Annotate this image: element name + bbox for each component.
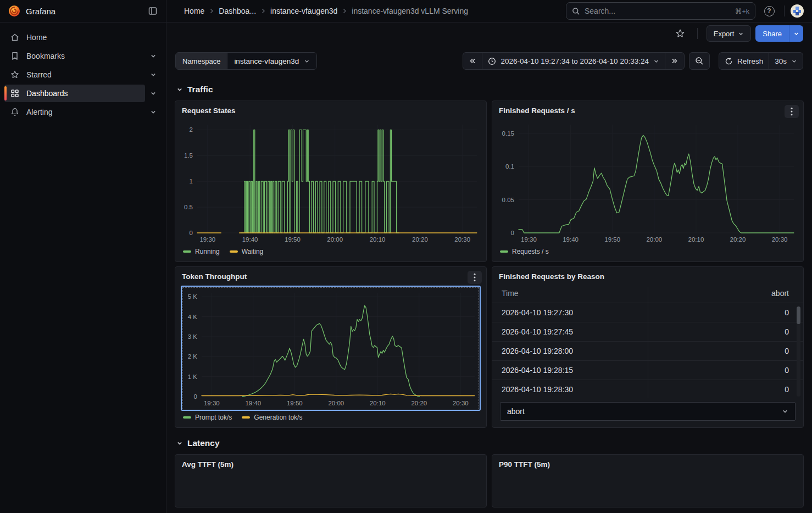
sidebar-item-starred-button[interactable]: Starred xyxy=(4,66,145,83)
panel-p90-ttft: P90 TTFT (5m) xyxy=(492,454,804,508)
panel-avg-ttft: Avg TTFT (5m) xyxy=(175,454,487,508)
legend-item-prompt[interactable]: Prompt tok/s xyxy=(183,414,232,421)
request-states-chart[interactable]: 00.511.5219:3019:4019:5020:0020:1020:202… xyxy=(181,120,481,245)
avatar[interactable] xyxy=(789,3,805,19)
cell-time: 2026-04-10 19:27:45 xyxy=(502,327,573,336)
svg-text:20:00: 20:00 xyxy=(328,400,344,406)
panel-title[interactable]: Avg TTFT (5m) xyxy=(175,455,486,471)
panel-menu-kebab-icon[interactable] xyxy=(468,271,482,284)
svg-text:19:30: 19:30 xyxy=(199,236,215,243)
share-button[interactable]: Share xyxy=(755,25,789,42)
chevron-down-icon[interactable] xyxy=(145,85,162,102)
panel-title[interactable]: Token Throughput xyxy=(175,267,486,283)
reason-select-dropdown[interactable]: abort xyxy=(500,402,796,421)
svg-text:20:20: 20:20 xyxy=(411,400,427,406)
table-scrollbar-thumb[interactable] xyxy=(797,306,800,324)
column-header-time[interactable]: Time xyxy=(502,289,519,298)
sidebar-item-dashboards-button[interactable]: Dashboards xyxy=(4,85,145,102)
sidebar-item-alerting-button[interactable]: Alerting xyxy=(4,103,145,121)
token-throughput-chart[interactable]: 01 K2 K3 K4 K5 K19:3019:4019:5020:0020:1… xyxy=(183,288,479,409)
panel-selection-outline[interactable]: 01 K2 K3 K4 K5 K19:3019:4019:5020:0020:1… xyxy=(181,286,481,411)
table-scrollbar-track[interactable] xyxy=(797,306,800,397)
legend-swatch-green xyxy=(183,250,191,253)
svg-text:20:10: 20:10 xyxy=(688,236,704,243)
search-text-field[interactable] xyxy=(585,7,731,15)
panel-title[interactable]: Request States xyxy=(175,101,486,118)
legend-item-waiting[interactable]: Waiting xyxy=(230,248,264,255)
svg-text:19:50: 19:50 xyxy=(287,400,303,406)
time-range-picker[interactable]: 2026-04-10 19:27:34 to 2026-04-10 20:33:… xyxy=(482,52,665,70)
section-row-traffic[interactable]: Traffic xyxy=(176,83,794,96)
svg-text:20:20: 20:20 xyxy=(412,236,428,243)
actions-divider xyxy=(697,28,698,39)
chevron-right-icon xyxy=(342,8,347,14)
legend-item-requests-per-s[interactable]: Requests / s xyxy=(500,248,549,255)
legend-item-running[interactable]: Running xyxy=(183,248,220,255)
svg-text:0.5: 0.5 xyxy=(184,204,193,210)
svg-text:20:30: 20:30 xyxy=(772,236,788,243)
svg-text:0.05: 0.05 xyxy=(502,197,514,203)
chevron-down-icon[interactable] xyxy=(145,104,162,120)
chevron-down-icon xyxy=(176,440,183,447)
svg-text:1.5: 1.5 xyxy=(184,152,193,159)
breadcrumb-folder[interactable]: instance-vfaugen3d xyxy=(270,7,337,15)
finished-requests-chart[interactable]: 00.050.10.1519:3019:4019:5020:0020:1020:… xyxy=(498,120,798,245)
refresh-interval-value: 30s xyxy=(775,57,787,65)
svg-text:20:00: 20:00 xyxy=(646,236,662,243)
time-shift-back-button[interactable] xyxy=(463,52,482,70)
svg-text:2 K: 2 K xyxy=(188,353,198,360)
cell-abort-count: 0 xyxy=(785,385,789,394)
favorite-star-icon[interactable] xyxy=(672,25,688,42)
namespace-select[interactable]: instance-vfaugen3d xyxy=(227,53,316,69)
time-nav-group: 2026-04-10 19:27:34 to 2026-04-10 20:33:… xyxy=(463,52,684,70)
panel-title[interactable]: Finished Requests by Reason xyxy=(492,267,803,283)
namespace-value: instance-vfaugen3d xyxy=(234,57,299,65)
legend-item-generation[interactable]: Generation tok/s xyxy=(242,414,302,421)
panel-title[interactable]: Finished Requests / s xyxy=(492,101,803,118)
section-title: Traffic xyxy=(187,85,213,94)
panel-row-2: Token Throughput 01 K2 K3 K4 K5 K19:3019… xyxy=(175,266,804,428)
chevron-down-icon xyxy=(653,58,659,64)
grafana-app: Grafana Home Dashboa... instance-vfaugen… xyxy=(0,0,812,513)
share-label: Share xyxy=(763,30,782,38)
panel-title[interactable]: P90 TTFT (5m) xyxy=(492,455,803,471)
section-row-latency[interactable]: Latency xyxy=(176,437,794,450)
top-navigation-bar: Grafana Home Dashboa... instance-vfaugen… xyxy=(0,0,812,23)
search-input[interactable]: ⌘+k xyxy=(566,2,755,20)
refresh-button[interactable]: Refresh xyxy=(719,52,769,70)
sidebar-item-home-button[interactable]: Home xyxy=(4,29,145,46)
svg-text:0.1: 0.1 xyxy=(505,163,514,170)
svg-text:20:30: 20:30 xyxy=(454,236,470,243)
chart-legend: Requests / s xyxy=(492,245,803,261)
main-content: Export Share Namespace instance-vfau xyxy=(166,23,812,513)
svg-text:20:10: 20:10 xyxy=(370,400,386,406)
magnifier-minus-icon xyxy=(695,57,704,65)
refresh-label: Refresh xyxy=(737,57,763,65)
svg-text:0: 0 xyxy=(194,393,197,400)
breadcrumb-home[interactable]: Home xyxy=(184,7,204,15)
chevron-down-icon[interactable] xyxy=(145,66,162,83)
time-shift-forward-button[interactable] xyxy=(665,52,685,70)
cell-abort-count: 0 xyxy=(785,308,789,317)
svg-text:0.15: 0.15 xyxy=(502,130,514,137)
bookmark-icon xyxy=(10,51,20,61)
sidebar-toggle-icon[interactable] xyxy=(145,3,160,19)
column-header-abort[interactable]: abort xyxy=(771,289,789,298)
double-chevron-right-icon xyxy=(671,57,678,65)
search-icon xyxy=(572,7,580,15)
dashboard-scroll-area[interactable]: Traffic Request States 00.511.5219:3019:… xyxy=(166,70,812,513)
double-chevron-left-icon xyxy=(469,57,476,65)
panel-request-states: Request States 00.511.5219:3019:4019:502… xyxy=(175,101,487,262)
svg-text:19:40: 19:40 xyxy=(245,400,261,406)
sidebar-item-bookmarks-button[interactable]: Bookmarks xyxy=(4,47,145,65)
chevron-down-icon[interactable] xyxy=(145,48,162,64)
panel-menu-kebab-icon[interactable] xyxy=(785,105,799,118)
breadcrumb-dashboards[interactable]: Dashboa... xyxy=(219,7,256,15)
zoom-out-time-button[interactable] xyxy=(689,52,710,70)
chart-legend: Running Waiting xyxy=(175,245,486,261)
help-icon[interactable]: ? xyxy=(761,3,777,19)
export-button[interactable]: Export xyxy=(707,25,752,42)
legend-swatch-green xyxy=(183,416,191,419)
refresh-interval-select[interactable]: 30s xyxy=(769,52,803,70)
share-dropdown-button[interactable] xyxy=(789,25,803,42)
